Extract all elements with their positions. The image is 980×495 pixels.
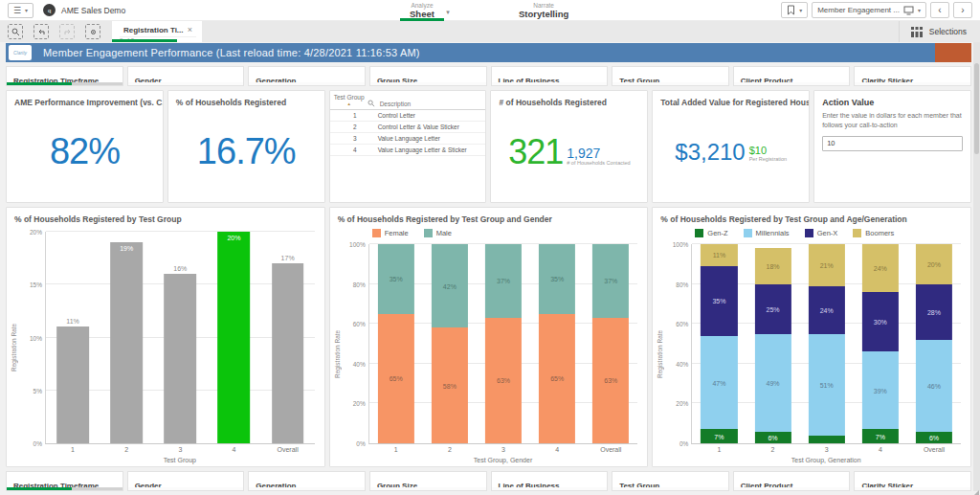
- bar-segment-gen-x[interactable]: 24%: [809, 286, 845, 334]
- legend-item-female[interactable]: Female: [372, 229, 409, 237]
- bar-segment-millennials[interactable]: 47%: [701, 336, 737, 430]
- y-tick-label: 10%: [30, 334, 42, 341]
- column-test-group[interactable]: Test Group▲: [334, 94, 365, 107]
- y-axis-title: Registration Rate: [334, 244, 344, 463]
- bar-segment-female[interactable]: 58%: [432, 327, 468, 443]
- bar-overall[interactable]: 17%: [272, 263, 304, 443]
- table-row[interactable]: 4Value Language Letter & Sticker: [330, 145, 486, 156]
- bar-segment-male[interactable]: 37%: [485, 244, 522, 318]
- selections-button[interactable]: Selections: [899, 21, 980, 42]
- bar-segment-millennials[interactable]: 49%: [754, 334, 791, 432]
- bar-segment-millennials[interactable]: 39%: [862, 351, 899, 429]
- bar-segment-boomers[interactable]: 20%: [916, 244, 952, 284]
- bar-segment-female[interactable]: 63%: [485, 318, 522, 443]
- filter-gender[interactable]: Gender: [127, 66, 245, 86]
- bar-segment-boomers[interactable]: 11%: [701, 244, 737, 266]
- bar-segment-gen-z[interactable]: 7%: [701, 429, 737, 443]
- filter-registration-timeframe[interactable]: Registration Timeframe: [6, 471, 123, 491]
- bar-segment-female[interactable]: 65%: [378, 314, 414, 443]
- selections-back-button[interactable]: [33, 24, 49, 39]
- filter-group-size[interactable]: Group Size: [369, 66, 487, 86]
- kpi-title: # of Households Registered: [491, 91, 647, 109]
- table-row[interactable]: 3Value Language Letter: [330, 133, 486, 145]
- filter-test-group[interactable]: Test Group: [612, 66, 729, 86]
- table-search-button[interactable]: [365, 100, 378, 107]
- action-value-input[interactable]: [822, 136, 963, 151]
- chevron-down-icon: ▾: [799, 7, 802, 13]
- bar-3[interactable]: 16%: [165, 274, 197, 443]
- segment-value-label: 65%: [390, 375, 403, 382]
- smart-search-button[interactable]: [8, 24, 23, 39]
- bar-1[interactable]: 11%: [56, 326, 89, 443]
- kpi-value: $3,210: [675, 142, 745, 163]
- filter-generation[interactable]: Generation: [248, 471, 366, 491]
- bar-segment-gen-z[interactable]: 6%: [754, 432, 791, 443]
- filter-generation[interactable]: Generation: [248, 66, 366, 86]
- bar-segment-gen-x[interactable]: 25%: [754, 284, 791, 334]
- filter-line-of-business[interactable]: Line of Business: [491, 471, 609, 491]
- tab-narrate-storytelling[interactable]: Narrate Storytelling: [509, 0, 578, 21]
- bar-segment-gen-x[interactable]: 35%: [701, 266, 737, 336]
- legend-item-male[interactable]: Male: [424, 229, 452, 237]
- filter-group-size[interactable]: Group Size: [369, 471, 487, 491]
- charts-row: % of Households Registered by Test Group…: [6, 207, 971, 467]
- bar-segment-male[interactable]: 35%: [378, 244, 414, 314]
- category-slot-2: 219%: [100, 232, 153, 443]
- legend-swatch: [744, 229, 752, 237]
- filter-gender[interactable]: Gender: [127, 471, 245, 491]
- bar-segment-gen-x[interactable]: 28%: [916, 284, 952, 340]
- bar-segment-female[interactable]: 63%: [592, 318, 629, 443]
- filter-clarity-sticker[interactable]: Clarity Sticker: [854, 66, 971, 86]
- bar-segment-male[interactable]: 37%: [592, 244, 629, 318]
- filter-registration-timeframe[interactable]: Registration Timeframe: [6, 66, 123, 86]
- bar-segment-millennials[interactable]: 46%: [916, 340, 952, 432]
- bookmarks-button[interactable]: ▾: [781, 2, 808, 18]
- bar-segment-boomers[interactable]: 18%: [754, 248, 791, 283]
- stacked-bar: 63%37%: [485, 244, 522, 443]
- bar-segment-gen-z[interactable]: 6%: [916, 432, 952, 443]
- filter-line-of-business[interactable]: Line of Business: [491, 66, 609, 86]
- y-tick-label: 20%: [353, 400, 366, 407]
- bar-segment-gen-z[interactable]: [809, 436, 845, 443]
- filter-client-product[interactable]: Client Product: [733, 66, 851, 86]
- sheet-selector-button[interactable]: Member Engagement ... ▾: [812, 2, 926, 18]
- next-sheet-button[interactable]: ›: [953, 2, 972, 18]
- x-tick-label: 1: [71, 446, 75, 453]
- filter-client-product[interactable]: Client Product: [733, 471, 851, 491]
- bar-segment-millennials[interactable]: 51%: [809, 334, 845, 436]
- previous-sheet-button[interactable]: ‹: [930, 2, 949, 18]
- tab-analyze-sheet[interactable]: Analyze Sheet ▾: [400, 0, 444, 21]
- bar-segment-boomers[interactable]: 24%: [862, 244, 899, 292]
- bar-segment-gen-z[interactable]: 7%: [862, 429, 899, 443]
- bar-segment-female[interactable]: 65%: [539, 314, 575, 443]
- table-header[interactable]: Test Group▲ Description: [330, 91, 486, 110]
- vertical-scrollbar[interactable]: [973, 42, 980, 491]
- scrollbar-thumb[interactable]: [974, 63, 979, 154]
- legend-item-millennials[interactable]: Millennials: [744, 229, 790, 237]
- global-menu-button[interactable]: ☰ ▾: [8, 3, 33, 18]
- bar-4[interactable]: 20%: [218, 232, 251, 443]
- legend-item-gen-z[interactable]: Gen-Z: [695, 229, 727, 237]
- table-row[interactable]: 2Control Letter & Value Sticker: [330, 122, 486, 133]
- legend-item-boomers[interactable]: Boomers: [853, 229, 894, 237]
- stacked-bar: 58%42%: [432, 244, 468, 443]
- filter-clarity-sticker[interactable]: Clarity Sticker: [854, 471, 971, 491]
- tab-registration-timeframe[interactable]: Registration Ti... × 2 of 3: [112, 21, 202, 42]
- category-slot-3: 363%37%: [477, 244, 530, 443]
- bar-segment-male[interactable]: 42%: [432, 244, 468, 327]
- filter-test-group[interactable]: Test Group: [612, 471, 729, 491]
- filter-selection-bar: [855, 82, 970, 85]
- bar-value-label: 16%: [173, 265, 187, 272]
- bar-segment-male[interactable]: 35%: [539, 244, 575, 314]
- undo-arrow-icon: [37, 28, 46, 36]
- selections-forward-button[interactable]: [59, 24, 75, 39]
- close-icon[interactable]: ×: [184, 25, 192, 34]
- legend-item-gen-x[interactable]: Gen-X: [805, 229, 838, 237]
- column-description[interactable]: Description: [378, 101, 482, 107]
- bar-segment-boomers[interactable]: 21%: [809, 244, 845, 286]
- bar-2[interactable]: 19%: [110, 242, 143, 443]
- table-row[interactable]: 1Control Letter: [330, 110, 486, 122]
- selections-tool-button[interactable]: [85, 24, 100, 39]
- bar-segment-gen-x[interactable]: 30%: [862, 292, 899, 351]
- selections-label: Selections: [929, 27, 967, 36]
